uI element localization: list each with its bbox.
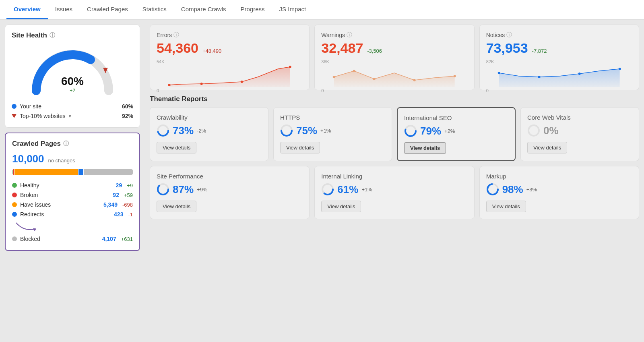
your-site-legend: Your site 60%: [12, 102, 133, 111]
svg-point-6: [289, 66, 291, 68]
crawled-total-header: 10,000 no changes: [12, 153, 133, 165]
thematic-title: Thematic Reports: [150, 95, 639, 103]
notices-info-icon[interactable]: ⓘ: [506, 31, 512, 39]
svg-point-14: [497, 72, 500, 74]
svg-point-24: [528, 125, 539, 136]
https-circle: [280, 124, 293, 137]
nav-compare-crawls[interactable]: Compare Crawls: [174, 0, 233, 19]
view-details-crawlability[interactable]: View details: [157, 142, 196, 153]
nav-statistics[interactable]: Statistics: [135, 0, 174, 19]
nav-crawled-pages[interactable]: Crawled Pages: [80, 0, 135, 19]
your-site-dot: [12, 104, 17, 109]
dot-broken: [12, 193, 17, 197]
crawled-total-label: no changes: [48, 158, 75, 164]
bar-healthy: [12, 169, 12, 175]
svg-point-3: [168, 84, 171, 86]
view-details-site-perf[interactable]: View details: [157, 201, 196, 212]
notices-change: -7,872: [532, 48, 547, 54]
markup-circle: [486, 183, 499, 196]
bar-redirects: [78, 169, 84, 175]
errors-change: +48,490: [202, 48, 221, 54]
report-international-seo: International SEO 79% +2% View details: [397, 107, 516, 161]
warnings-info-icon[interactable]: ⓘ: [347, 31, 352, 39]
bar-blocked: [84, 169, 133, 175]
main-layout: Site Health ⓘ 60% +2: [0, 20, 644, 342]
view-details-internal-linking[interactable]: View details: [321, 201, 361, 212]
warnings-sparkline: 36K: [321, 59, 467, 83]
svg-marker-7: [334, 71, 455, 87]
view-details-https[interactable]: View details: [280, 142, 320, 153]
site-health-card: Site Health ⓘ 60% +2: [5, 25, 140, 128]
left-panel: Site Health ⓘ 60% +2: [0, 20, 145, 342]
dot-redirects: [12, 212, 17, 217]
notices-label: Notices ⓘ: [486, 31, 632, 39]
crawled-total-number: 10,000: [12, 153, 44, 165]
warnings-value: 32,487: [321, 40, 363, 56]
svg-point-15: [538, 76, 540, 78]
site-health-title: Site Health ⓘ: [12, 31, 133, 39]
svg-marker-13: [499, 69, 619, 87]
nav-issues[interactable]: Issues: [48, 0, 80, 19]
svg-point-11: [413, 79, 416, 81]
warnings-card: Warnings ⓘ 32,487 -3,506 36K: [314, 25, 474, 90]
crawled-bar: [12, 169, 133, 175]
warnings-value-row: 32,487 -3,506: [321, 40, 467, 56]
svg-point-10: [373, 78, 376, 80]
view-details-cwv[interactable]: View details: [527, 142, 567, 153]
warnings-change: -3,506: [367, 48, 382, 54]
bar-broken: [13, 169, 14, 175]
warnings-label: Warnings ⓘ: [321, 31, 467, 39]
nav-progress[interactable]: Progress: [233, 0, 272, 19]
dot-blocked: [12, 236, 17, 241]
thematic-reports-section: Thematic Reports Crawlability 73% -2% Vi…: [150, 95, 639, 219]
notices-value: 73,953: [486, 40, 528, 56]
crawlability-circle: [157, 124, 169, 137]
stat-blocked: Blocked 4,107 +631: [12, 234, 133, 244]
thematic-row-2: Site Performance 87% +9% View details In…: [150, 166, 639, 219]
internal-linking-circle: [321, 183, 334, 196]
stat-have-issues: Have issues 5,349 -698: [12, 200, 133, 209]
report-markup: Markup 98% +3% View details: [479, 166, 639, 219]
right-panel: Errors ⓘ 54,360 +48,490 54K: [145, 20, 644, 342]
notices-value-row: 73,953 -7,872: [486, 40, 632, 56]
site-health-info-icon[interactable]: ⓘ: [50, 32, 55, 39]
dropdown-arrow-icon[interactable]: ▾: [69, 114, 71, 119]
top10-triangle-icon: [12, 114, 17, 118]
gauge-percent: 60%: [61, 75, 84, 88]
errors-card: Errors ⓘ 54,360 +48,490 54K: [150, 25, 310, 90]
svg-point-17: [618, 68, 621, 70]
svg-point-12: [454, 75, 456, 77]
crawled-stats-list: Healthy 29 +9 Broken 92 +59: [12, 180, 133, 244]
view-details-intl-seo[interactable]: View details: [404, 142, 446, 154]
errors-label: Errors ⓘ: [157, 31, 303, 39]
crawled-pages-title: Crawled Pages ⓘ: [12, 140, 133, 148]
svg-point-5: [241, 81, 243, 83]
redirects-annotation: [12, 221, 133, 234]
svg-point-8: [333, 76, 335, 78]
curved-arrow-svg: [12, 221, 44, 233]
warnings-chart: [321, 65, 467, 87]
gauge-center: 60% +2: [61, 75, 84, 93]
stat-redirects: Redirects 423 -1: [12, 209, 133, 219]
notices-card: Notices ⓘ 73,953 -7,872 82K: [479, 25, 639, 90]
errors-value: 54,360: [157, 40, 198, 56]
stat-healthy: Healthy 29 +9: [12, 180, 133, 190]
site-perf-circle: [157, 183, 169, 196]
view-details-markup[interactable]: View details: [486, 201, 526, 212]
errors-value-row: 54,360 +48,490: [157, 40, 303, 56]
report-internal-linking: Internal Linking 61% +1% View details: [314, 166, 474, 219]
intl-seo-circle: [404, 124, 417, 137]
crawled-pages-info-icon[interactable]: ⓘ: [63, 140, 69, 147]
thematic-row-1: Crawlability 73% -2% View details HTTPS: [150, 107, 639, 161]
nav-overview[interactable]: Overview: [6, 0, 48, 19]
stat-broken: Broken 92 +59: [12, 190, 133, 200]
errors-info-icon[interactable]: ⓘ: [173, 31, 179, 39]
nav-js-impact[interactable]: JS Impact: [272, 0, 314, 19]
bar-issues: [14, 169, 78, 175]
gauge-container: 60% +2: [12, 44, 133, 97]
report-crawlability: Crawlability 73% -2% View details: [150, 107, 268, 161]
report-core-web-vitals: Core Web Vitals 0% View details: [520, 107, 639, 161]
dot-issues: [12, 202, 17, 207]
cwv-circle: [527, 124, 540, 137]
svg-point-9: [353, 70, 355, 72]
